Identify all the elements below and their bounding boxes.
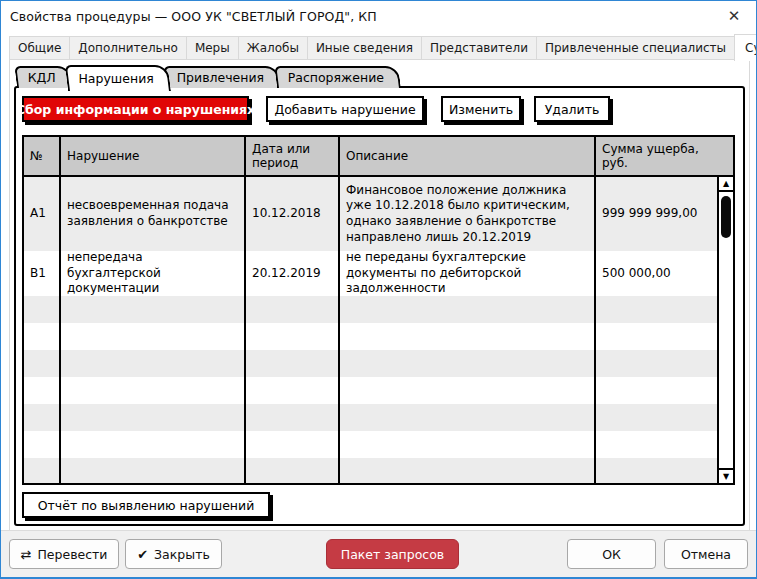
cell-date: 20.12.2019 [246,251,340,296]
close-button-label: Закрыть [154,547,210,562]
scroll-up-icon[interactable]: ▲ [719,177,733,192]
close-dialog-button[interactable]: ✔ Закрыть [125,539,222,569]
tab-rasporyazhenie[interactable]: Распоряжение [274,66,401,88]
transfer-arrows-icon: ⇄ [21,548,32,561]
column-header-date[interactable]: Дата или период [246,137,340,175]
checkmark-icon: ✔ [137,548,148,561]
table-row-empty [24,404,717,431]
table-row-empty [24,350,717,377]
tab-obshchie[interactable]: Общие [9,36,70,60]
column-header-number[interactable]: № [24,137,61,175]
edit-button[interactable]: Изменить [441,96,521,122]
table-row-empty [24,377,717,404]
tab-predstaviteli[interactable]: Представители [421,36,537,60]
cell-description: не переданы бухгалтерские документы по д… [340,251,596,296]
delete-button[interactable]: Удалить [534,96,610,122]
table-header: № Нарушение Дата или период Описание Сум… [24,137,733,177]
table-row-empty [24,431,717,458]
tab-privlechennye-specialisty[interactable]: Привлеченные специалисты [536,36,735,60]
cell-violation: непередача бухгалтерской документации [61,251,246,296]
tab-dopolnitelno[interactable]: Дополнительно [69,36,187,60]
column-header-description[interactable]: Описание [340,137,596,175]
column-header-amount[interactable]: Сумма ущерба, руб. [596,137,733,175]
vertical-scrollbar[interactable]: ▲ ▼ [717,177,733,483]
procedure-properties-dialog: Свойства процедуры — ООО УК "СВЕТЛЫЙ ГОР… [0,0,757,579]
tab-narusheniya[interactable]: Нарушения [65,65,172,91]
tab-zhaloby[interactable]: Жалобы [238,36,308,60]
scrollbar-thumb[interactable] [721,196,731,238]
transfer-button-label: Перевести [37,547,107,562]
violations-table: № Нарушение Дата или период Описание Сум… [22,135,735,485]
cell-amount: 500 000,00 [596,251,717,296]
cell-description: Финансовое положение должника уже 10.12.… [340,177,596,251]
tab-subsidiarka[interactable]: Субсидиарка [734,34,757,61]
table-row-empty [24,323,717,350]
table-rows: A1 несвоевременная подача заявления о ба… [24,177,717,483]
violations-panel: Сбор информации о нарушениях Добавить на… [14,86,745,526]
subsidiarka-tab-page: КДЛ Нарушения Привлечения Распоряжение С… [9,59,750,531]
request-package-button[interactable]: Пакет запросов [326,539,459,569]
ok-button[interactable]: ОК [567,539,656,569]
main-tab-strip: Общие Дополнительно Меры Жалобы Иные све… [9,34,748,60]
sub-tab-strip: КДЛ Нарушения Привлечения Распоряжение [17,62,401,88]
transfer-button[interactable]: ⇄ Перевести [9,539,119,569]
table-row[interactable]: A1 несвоевременная подача заявления о ба… [24,177,717,251]
cell-date: 10.12.2018 [246,177,340,251]
collect-info-button[interactable]: Сбор информации о нарушениях [22,96,249,122]
add-violation-button[interactable]: Добавить нарушение [266,96,424,122]
tab-mery[interactable]: Меры [186,36,239,60]
cell-number: A1 [24,177,61,251]
tab-privlecheniya[interactable]: Привлечения [164,66,282,88]
scroll-down-icon[interactable]: ▼ [719,468,733,483]
cell-amount: 999 999 999,00 [596,177,717,251]
close-icon[interactable]: ✕ [712,1,756,30]
tab-inye-svedeniya[interactable]: Иные сведения [307,36,422,60]
cell-number: B1 [24,251,61,296]
title-bar: Свойства процедуры — ООО УК "СВЕТЛЫЙ ГОР… [1,1,756,31]
tab-kdl[interactable]: КДЛ [14,66,73,88]
dialog-footer: ⇄ Перевести ✔ Закрыть Пакет запросов ОК … [1,530,756,577]
violations-report-button[interactable]: Отчёт по выявлению нарушений [22,492,270,518]
table-body: A1 несвоевременная подача заявления о ба… [24,177,733,483]
table-row[interactable]: B1 непередача бухгалтерской документации… [24,251,717,296]
table-row-empty [24,296,717,323]
cancel-button[interactable]: Отмена [664,539,748,569]
column-header-violation[interactable]: Нарушение [61,137,246,175]
cell-violation: несвоевременная подача заявления о банкр… [61,177,246,251]
table-row-empty [24,458,717,483]
window-title: Свойства процедуры — ООО УК "СВЕТЛЫЙ ГОР… [1,9,377,24]
